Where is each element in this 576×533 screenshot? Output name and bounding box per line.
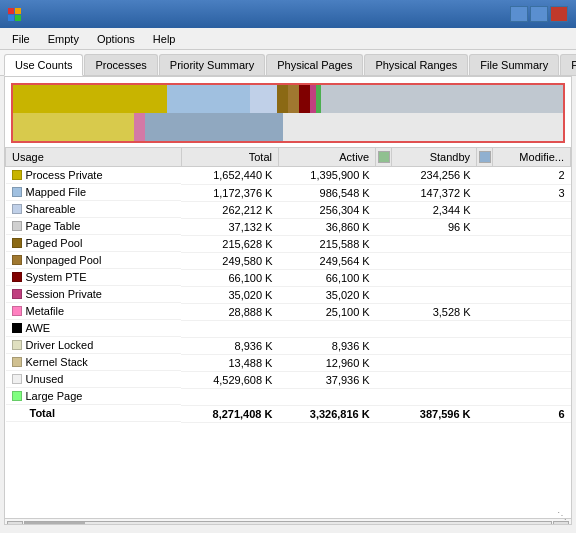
cell-value: 249,564 K [278,252,375,269]
cell-value: 262,212 K [181,201,278,218]
cell-value [493,320,571,337]
cell-label: Unused [6,371,182,388]
cell-value [493,354,571,371]
cell-value [493,286,571,303]
cell-value [392,235,477,252]
cell-value [493,303,571,320]
cell-value: 8,271,408 K [181,405,278,422]
tab-file-summary[interactable]: File Summary [469,54,559,75]
scroll-track[interactable] [24,521,552,526]
table-row: System PTE66,100 K66,100 K [6,269,571,286]
app-icon [8,8,21,21]
cell-value: 3 [493,184,571,201]
row-color-indicator [12,340,22,350]
cell-value [392,269,477,286]
cell-value: 147,372 K [392,184,477,201]
cell-value: 35,020 K [181,286,278,303]
cell-color [477,167,493,185]
row-color-indicator [12,323,22,333]
cell-value [181,320,278,337]
cell-value: 986,548 K [278,184,375,201]
cell-color [376,167,392,185]
menu-item-file[interactable]: File [4,31,38,47]
cell-value: 28,888 K [181,303,278,320]
table-row: Page Table37,132 K36,860 K96 K [6,218,571,235]
cell-value: 37,936 K [278,371,375,388]
chart-bars [13,85,563,141]
row-color-indicator [12,391,22,401]
cell-value [392,388,477,405]
cell-label: Session Private [6,286,182,303]
cell-value [493,371,571,388]
minimize-button[interactable] [510,6,528,22]
cell-color [376,218,392,235]
table-row: Kernel Stack13,488 K12,960 K [6,354,571,371]
cell-value: 1,652,440 K [181,167,278,185]
resize-corner[interactable]: ⋱ [557,510,569,522]
scroll-left-button[interactable]: ◄ [7,521,23,526]
cell-color [477,320,493,337]
maximize-button[interactable] [530,6,548,22]
table-row: Mapped File1,172,376 K986,548 K147,372 K… [6,184,571,201]
tab-use-counts[interactable]: Use Counts [4,54,83,76]
cell-color [376,320,392,337]
cell-color [477,337,493,354]
cell-color [477,252,493,269]
table-row: Total8,271,408 K3,326,816 K387,596 K6 [6,405,571,422]
cell-color [477,235,493,252]
cell-value [392,354,477,371]
close-button[interactable] [550,6,568,22]
cell-color [376,371,392,388]
cell-value: 1,395,900 K [278,167,375,185]
cell-label: Driver Locked [6,337,182,354]
cell-label: Page Table [6,218,182,235]
title-bar [0,0,576,28]
cell-value [392,337,477,354]
menu-item-options[interactable]: Options [89,31,143,47]
cell-value [278,388,375,405]
cell-value: 234,256 K [392,167,477,185]
main-content: Usage Total Active Standby Modifie... Pr… [4,76,572,525]
col-total: Total [181,148,278,167]
cell-color [376,354,392,371]
cell-value [493,269,571,286]
cell-label: Process Private [6,167,182,184]
cell-label: Large Page [6,388,182,405]
row-color-indicator [12,357,22,367]
table-row: Metafile28,888 K25,100 K3,528 K [6,303,571,320]
cell-value: 2 [493,167,571,185]
col-usage: Usage [6,148,182,167]
table-row: Session Private35,020 K35,020 K [6,286,571,303]
scroll-thumb[interactable] [25,522,85,526]
row-color-indicator [12,170,22,180]
menu-item-help[interactable]: Help [145,31,184,47]
tab-physical-pages[interactable]: Physical Pages [266,54,363,75]
tab-physical-ranges[interactable]: Physical Ranges [364,54,468,75]
cell-color [376,337,392,354]
table-container[interactable]: Usage Total Active Standby Modifie... Pr… [5,147,571,518]
col-active-color [376,148,392,167]
cell-color [477,388,493,405]
cell-label: AWE [6,320,182,337]
menu-item-empty[interactable]: Empty [40,31,87,47]
cell-label: Paged Pool [6,235,182,252]
table-row: Process Private1,652,440 K1,395,900 K234… [6,167,571,185]
cell-value: 1,172,376 K [181,184,278,201]
cell-color [376,405,392,422]
row-color-indicator [12,204,22,214]
tab-processes[interactable]: Processes [84,54,157,75]
col-active: Active [278,148,375,167]
cell-value: 12,960 K [278,354,375,371]
cell-color [477,405,493,422]
cell-value: 4,529,608 K [181,371,278,388]
tab-file-details[interactable]: File Details [560,54,576,75]
cell-value [493,235,571,252]
col-standby: Standby [392,148,477,167]
tab-priority-summary[interactable]: Priority Summary [159,54,265,75]
table-row: Large Page [6,388,571,405]
cell-value: 3,528 K [392,303,477,320]
row-color-indicator [12,306,22,316]
cell-value: 2,344 K [392,201,477,218]
row-color-indicator [12,238,22,248]
cell-value: 35,020 K [278,286,375,303]
